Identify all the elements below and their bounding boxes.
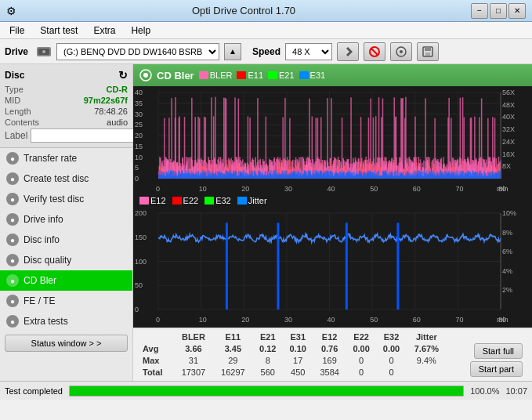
speed-select[interactable]: 48 X [285,43,332,60]
sidebar-item-disc-quality[interactable]: ●Disc quality [0,250,132,270]
disc-label-row: Label 🔍 [5,129,128,143]
menu-extra[interactable]: Extra [87,24,121,38]
disc-length-label: Length [5,107,31,116]
save-button[interactable] [417,42,439,61]
drive-select[interactable]: (G:) BENQ DVD DD DW1640 BSRB [56,43,219,60]
legend-e12: E12 [139,196,166,205]
legend-e22-color [172,197,182,205]
disc-contents-value: audio [107,118,128,127]
sidebar-item-label-disc-quality: Disc quality [24,255,71,266]
stats-max-jitter: 9.4% [407,354,447,366]
legend-e32: E32 [204,196,231,205]
sidebar-item-label-fe-te: FE / TE [24,295,55,306]
status-window-button[interactable]: Status window > > [5,335,128,352]
disc-erase-button[interactable] [364,42,385,61]
sidebar-item-label-drive-info: Drive info [24,214,63,225]
sidebar-item-extra-tests[interactable]: ●Extra tests [0,311,132,331]
sidebar-item-transfer-rate[interactable]: ●Transfer rate [0,148,132,168]
sidebar-item-verify-test-disc[interactable]: ●Verify test disc [0,189,132,209]
speed-set-button[interactable] [337,42,359,61]
title-bar: ⚙ Opti Drive Control 1.70 − □ ✕ [0,0,532,22]
drive-eject-button[interactable]: ▲ [224,43,241,60]
sidebar-item-icon-fe-te: ● [6,295,19,307]
sidebar-item-icon-drive-info: ● [6,213,19,226]
sidebar-item-disc-info[interactable]: ●Disc info [0,230,132,250]
legend-jitter-color [237,197,247,205]
svg-rect-8 [425,47,431,51]
disc-type-label: Type [5,85,24,94]
stats-section: BLER E11 E21 E31 E12 E22 E32 Jitter Avg [133,328,532,381]
menu-help[interactable]: Help [125,24,157,38]
menu-start-test[interactable]: Start test [34,24,84,38]
stats-col-jitter: Jitter [407,331,447,342]
title-controls: − □ ✕ [471,3,526,19]
main-layout: Disc ↻ Type CD-R MID 97m22s67f Length 78… [0,64,532,381]
disc-label-input[interactable] [31,129,143,143]
start-buttons: Start full Start part [451,343,523,377]
minimize-button[interactable]: − [471,3,488,19]
stats-total-e32: 0 [376,366,406,378]
sidebar-item-icon-verify-test-disc: ● [6,193,19,205]
chart-title: CD Bler [157,70,194,81]
stats-col-bler: BLER [174,331,213,342]
stats-table: BLER E11 E21 E31 E12 E22 E32 Jitter Avg [139,331,526,378]
svg-point-2 [42,50,45,53]
stats-avg-e32: 0.00 [376,342,406,354]
sidebar-item-label-extra-tests: Extra tests [24,316,68,327]
disc-type-value: CD-R [107,85,128,94]
close-button[interactable]: ✕ [508,3,526,19]
bottom-chart [133,207,532,325]
disc-length-value: 78:48.26 [94,107,128,116]
sidebar-item-drive-info[interactable]: ●Drive info [0,209,132,230]
stats-avg-jitter: 7.67% [407,342,447,354]
stats-total-e22: 0 [346,366,376,378]
svg-point-6 [400,50,403,53]
disc-mid-value: 97m22s67f [84,96,128,105]
start-full-button[interactable]: Start full [474,343,523,359]
stats-max-e22: 0 [346,354,376,366]
sidebar-buttons: ●Transfer rate●Create test disc●Verify t… [0,148,132,331]
chart-icon [139,69,152,81]
sidebar-item-label-cd-bler: CD Bler [24,275,56,286]
bottom-legend-bar: E12 E22 E32 Jitter [133,194,532,207]
stats-avg-e31: 0.10 [283,342,313,354]
sidebar-item-icon-disc-info: ● [6,234,19,246]
progress-bar-fill [70,386,463,396]
stats-col-e11: E11 [213,331,252,342]
sidebar-item-label-verify-test-disc: Verify test disc [24,194,84,205]
disc-mid-label: MID [5,96,20,105]
sidebar-item-icon-disc-quality: ● [6,254,19,266]
sidebar-item-fe-te[interactable]: ●FE / TE [0,291,132,311]
sidebar-item-icon-create-test-disc: ● [6,172,19,185]
stats-buttons: Start full Start part [447,342,526,378]
legend-jitter: Jitter [237,196,267,205]
svg-line-4 [371,49,378,55]
stats-total-label: Total [139,366,174,378]
svg-point-11 [143,73,148,78]
disc-refresh-button[interactable]: ↻ [118,69,128,81]
legend-e12-color [139,197,149,205]
window-title: Opti Drive Control 1.70 [16,5,471,16]
disc-write-button[interactable] [390,42,412,61]
sidebar: Disc ↻ Type CD-R MID 97m22s67f Length 78… [0,64,133,381]
menu-file[interactable]: File [3,24,31,38]
disc-mid-row: MID 97m22s67f [5,96,128,105]
sidebar-item-icon-cd-bler: ● [6,274,19,287]
sidebar-item-create-test-disc[interactable]: ●Create test disc [0,168,132,189]
start-part-button[interactable]: Start part [470,361,523,377]
status-text: Test completed [5,386,63,396]
stats-avg-e11: 3.45 [213,342,252,354]
stats-col-empty [139,331,174,342]
drive-label: Drive [5,46,28,57]
stats-total-e21: 560 [253,366,283,378]
legend-e11-color [237,71,246,79]
maximize-button[interactable]: □ [490,3,507,19]
legend-e32-color [204,197,214,205]
legend-bler: BLER [199,71,233,80]
legend-e31-color [299,71,309,79]
sidebar-item-cd-bler[interactable]: ●CD Bler [0,270,132,291]
stats-col-e21: E21 [253,331,283,342]
chart-header: CD Bler BLER E11 E21 E31 [133,64,532,86]
drive-icon [36,44,52,60]
stats-total-e12: 3584 [313,366,346,378]
